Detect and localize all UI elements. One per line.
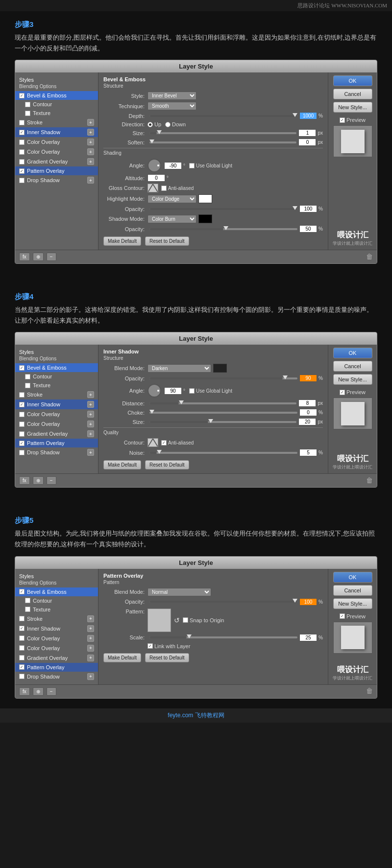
gradient-overlay-item[interactable]: Gradient Overlay +: [15, 157, 98, 166]
pattern-overlay-item5[interactable]: Pattern Overlay: [15, 663, 98, 672]
size-slider[interactable]: [149, 132, 296, 134]
global-light-check[interactable]: Use Global Light: [189, 163, 232, 168]
texture-item5[interactable]: Texture: [15, 605, 98, 614]
color-overlay-item5a[interactable]: Color Overlay +: [15, 633, 98, 643]
bevel-emboss-checkbox4[interactable]: [19, 365, 24, 371]
bevel-emboss-item4[interactable]: Bevel & Emboss: [15, 363, 98, 372]
inner-shadow-item[interactable]: Inner Shadow +: [15, 127, 98, 137]
bevel-emboss-checkbox[interactable]: [19, 93, 24, 98]
cancel-btn5[interactable]: Cancel: [333, 585, 372, 596]
make-default-btn[interactable]: Make Default: [103, 236, 141, 246]
stroke-item5[interactable]: Stroke +: [15, 614, 98, 624]
make-default-btn4[interactable]: Make Default: [103, 460, 141, 469]
shadow-opacity-slider[interactable]: [149, 228, 297, 230]
texture-item[interactable]: Texture: [15, 109, 98, 117]
fx-btn4[interactable]: fx: [19, 476, 30, 485]
fx-btn3[interactable]: fx: [19, 253, 30, 261]
minus-btn3[interactable]: −: [47, 253, 56, 261]
inner-shadow-item5[interactable]: Inner Shadow +: [15, 624, 98, 633]
shadow-mode-select[interactable]: Color Burn: [147, 215, 196, 223]
stroke-checkbox4[interactable]: [19, 392, 24, 398]
texture-checkbox4[interactable]: [25, 383, 30, 388]
opacity-slider4[interactable]: [149, 377, 297, 379]
bevel-emboss-item[interactable]: Bevel & Emboss: [15, 91, 98, 100]
snap-to-origin-check5[interactable]: Snap to Origin: [183, 617, 224, 623]
opacity-value4[interactable]: 90: [299, 375, 317, 382]
color-overlay2-checkbox[interactable]: [19, 149, 24, 155]
inner-shadow-item4[interactable]: Inner Shadow +: [15, 399, 98, 409]
soften-value[interactable]: 0: [298, 139, 316, 146]
direction-up[interactable]: Up: [147, 121, 161, 127]
pattern-overlay-checkbox[interactable]: [19, 168, 24, 174]
copy-btn3[interactable]: ⊕: [33, 253, 44, 261]
pattern-reset-icon[interactable]: ↺: [174, 616, 180, 624]
reset-default-btn[interactable]: Reset to Default: [145, 236, 189, 246]
anti-aliased-check4[interactable]: Anti-aliased: [161, 440, 194, 446]
color-overlay-item4a[interactable]: Color Overlay +: [15, 409, 98, 419]
inner-shadow-checkbox[interactable]: [19, 130, 24, 135]
preview-check3[interactable]: Preview: [340, 117, 366, 123]
blend-mode-select5[interactable]: Normal: [147, 588, 211, 596]
down-radio[interactable]: [165, 122, 171, 127]
pattern-overlay-item4[interactable]: Pattern Overlay: [15, 439, 98, 447]
angle-wheel4[interactable]: [147, 384, 161, 398]
new-style-btn4[interactable]: New Style...: [333, 374, 372, 385]
texture-checkbox[interactable]: [25, 111, 30, 116]
link-layer-check5[interactable]: Link with Layer: [147, 643, 190, 649]
distance-value4[interactable]: 8: [298, 399, 316, 407]
color-overlay-item4b[interactable]: Color Overlay +: [15, 419, 98, 429]
highlight-opacity-value[interactable]: 100: [299, 205, 317, 212]
scale-slider5[interactable]: [149, 636, 297, 638]
stroke-plus[interactable]: +: [87, 119, 94, 126]
contour-item4[interactable]: Contour: [15, 372, 98, 381]
blend-mode-swatch4[interactable]: [213, 364, 227, 373]
blend-mode-select4[interactable]: Darken: [147, 364, 211, 373]
reset-default-btn5[interactable]: Reset to Default: [145, 653, 189, 662]
highlight-opacity-slider[interactable]: [149, 208, 297, 210]
choke-slider4[interactable]: [149, 412, 297, 414]
highlight-mode-select[interactable]: Color Dodge: [147, 195, 196, 203]
minus-btn4[interactable]: −: [47, 476, 56, 485]
shadow-opacity-value[interactable]: 50: [299, 225, 317, 233]
gradient-overlay-item5[interactable]: Gradient Overlay +: [15, 653, 98, 663]
copy-btn4[interactable]: ⊕: [33, 476, 44, 485]
stroke-checkbox[interactable]: [19, 120, 24, 125]
trash-icon5[interactable]: 🗑: [366, 687, 373, 695]
drop-shadow-item5[interactable]: Drop Shadow +: [15, 672, 98, 681]
contour-preview4[interactable]: [147, 438, 158, 447]
depth-value[interactable]: 1000: [299, 112, 317, 119]
gradient-overlay-plus[interactable]: +: [87, 158, 94, 165]
color-overlay2-plus[interactable]: +: [87, 148, 94, 155]
contour-item[interactable]: Contour: [15, 100, 98, 109]
fx-btn5[interactable]: fx: [19, 687, 30, 696]
stroke-item4[interactable]: Stroke +: [15, 390, 98, 399]
drop-shadow-item[interactable]: Drop Shadow +: [15, 175, 98, 185]
copy-btn5[interactable]: ⊕: [33, 687, 44, 696]
inner-shadow-checkbox4[interactable]: [19, 402, 24, 407]
ok-btn3[interactable]: OK: [333, 75, 372, 86]
preview-check4[interactable]: Preview: [340, 389, 366, 395]
drop-shadow-plus[interactable]: +: [87, 177, 94, 184]
angle-wheel[interactable]: [147, 159, 161, 172]
size-value[interactable]: 1: [298, 129, 316, 137]
distance-slider4[interactable]: [149, 402, 296, 404]
inner-shadow-plus4[interactable]: +: [87, 401, 94, 408]
up-radio[interactable]: [147, 122, 153, 127]
altitude-value[interactable]: 0: [147, 174, 165, 182]
new-style-btn5[interactable]: New Style...: [333, 598, 372, 609]
highlight-color-swatch[interactable]: [198, 194, 212, 203]
scale-value5[interactable]: 25: [299, 634, 317, 641]
color-overlay1-plus[interactable]: +: [87, 139, 94, 145]
new-style-btn3[interactable]: New Style...: [333, 102, 372, 113]
angle-value4[interactable]: 90: [164, 387, 182, 395]
color-overlay-item5b[interactable]: Color Overlay +: [15, 643, 98, 653]
gradient-overlay-checkbox[interactable]: [19, 159, 24, 164]
technique-select[interactable]: Smooth: [147, 102, 196, 110]
ok-btn4[interactable]: OK: [333, 348, 372, 358]
size-slider4[interactable]: [149, 421, 296, 423]
shadow-color-swatch[interactable]: [198, 214, 212, 223]
color-overlay-item1[interactable]: Color Overlay +: [15, 137, 98, 147]
trash-icon3[interactable]: 🗑: [366, 253, 373, 261]
soften-slider[interactable]: [149, 141, 296, 143]
make-default-btn5[interactable]: Make Default: [103, 653, 141, 662]
